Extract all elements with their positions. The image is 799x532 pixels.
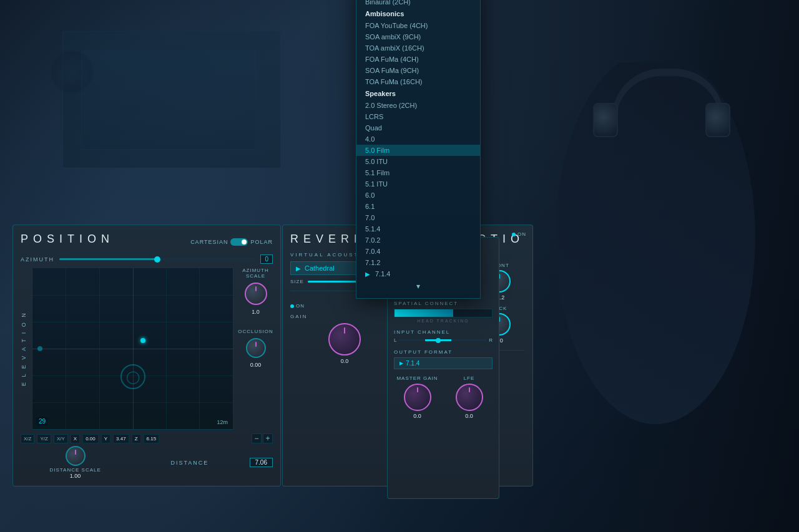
7-1-2-item[interactable]: 7.1.2: [356, 257, 480, 268]
z-value: 6.15: [144, 434, 160, 443]
6-0-item[interactable]: 6.0: [356, 190, 480, 201]
azimuth-slider[interactable]: [59, 258, 255, 260]
foa-youtube-item[interactable]: FOA YouTube (4CH): [356, 20, 480, 31]
scroll-down-icon[interactable]: ▾: [356, 279, 480, 293]
spatial-connect-label: SPATIAL CONNECT: [394, 301, 493, 306]
xz-button[interactable]: X/Z: [21, 434, 34, 443]
mode-toggle[interactable]: [230, 238, 248, 246]
input-channel-slider[interactable]: [399, 339, 486, 341]
toa-fuma-16ch-item[interactable]: TOA FuMa (16CH): [356, 76, 480, 87]
position-dot[interactable]: [140, 338, 145, 343]
master-gain-value: 0.0: [394, 413, 441, 419]
head-tracking-label: HEAD TRACKING: [394, 319, 493, 323]
occlusion-knob[interactable]: [246, 338, 266, 358]
azimuth-label: AZIMUTH: [21, 256, 54, 263]
distance-value: 7.06: [250, 458, 273, 467]
reflection-on-indicator: ON: [512, 231, 526, 237]
reverb-on-indicator-2: ON: [290, 303, 399, 309]
input-channel-slider-row: L R: [394, 337, 493, 343]
output-format-section: OUTPUT FORMAT ▶ 7.1.4: [394, 349, 493, 369]
output-format-selector[interactable]: ▶ 7.1.4: [394, 357, 493, 369]
output-format-value: 7.1.4: [406, 360, 419, 367]
spatial-connect-fill: [395, 309, 453, 317]
reflection-on-label[interactable]: ON: [517, 231, 526, 237]
position-panel: POSITION CARTESIAN POLAR AZIMUTH 0 E L E…: [12, 225, 281, 486]
azimuth-scale-label: AZIMUTH SCALE: [238, 268, 273, 279]
azimuth-scale-knob[interactable]: [245, 283, 267, 305]
side-indicator: [37, 346, 42, 351]
5-0-itu-item[interactable]: 5.0 ITU: [356, 156, 480, 167]
lfe-label: LFE: [446, 375, 493, 381]
6-1-item[interactable]: 6.1: [356, 201, 480, 212]
spatial-connect-section: SPATIAL CONNECT HEAD TRACKING: [394, 301, 493, 323]
input-left-label: L: [394, 337, 396, 343]
reflection-on-dot: [512, 233, 516, 236]
5-1-film-item[interactable]: 5.1 Film: [356, 167, 480, 178]
speakers-header: Speakers: [356, 87, 480, 100]
lfe-value: 0.0: [446, 413, 493, 419]
azimuth-scale-value: 1.0: [252, 309, 260, 315]
mode-toggle-row: CARTESIAN POLAR: [190, 238, 273, 246]
output-format-dropdown[interactable]: Headphones Binaural (2CH) Ambisonics FOA…: [356, 0, 481, 299]
master-gain-knob[interactable]: [404, 384, 431, 411]
lfe-group: LFE 0.0: [446, 375, 493, 419]
lcrs-item[interactable]: LCRS: [356, 111, 480, 122]
master-gain-section: MASTER GAIN 0.0 LFE 0.0: [394, 375, 493, 419]
x-label: X: [71, 434, 80, 443]
va-arrow-icon: ▶: [296, 265, 301, 272]
reverb-on-label-2[interactable]: ON: [296, 303, 305, 309]
position-bottom: X/Z Y/Z X/Y X 0.00 Y 3.47 Z 6.15 − +: [21, 433, 273, 443]
size-label: SIZE: [290, 279, 304, 284]
input-right-label: R: [489, 337, 493, 343]
spatial-connect-bar[interactable]: [394, 309, 493, 317]
output-format-label: OUTPUT FORMAT: [394, 349, 493, 355]
5-1-itu-item[interactable]: 5.1 ITU: [356, 178, 480, 190]
input-channel-label: INPUT CHANNEL: [394, 329, 493, 335]
distance-row: DISTANCE SCALE 1.00 DISTANCE 7.06: [21, 446, 273, 479]
zoom-in-button[interactable]: +: [263, 433, 273, 443]
5-0-film-item[interactable]: 5.0 Film: [356, 145, 480, 156]
z-label: Z: [132, 434, 141, 443]
lfe-knob[interactable]: [456, 384, 483, 411]
reverb-gain-knob[interactable]: [328, 323, 361, 355]
master-gain-label: MASTER GAIN: [394, 375, 441, 381]
7-1-4-item[interactable]: 7.1.4: [373, 268, 399, 279]
position-title: POSITION: [21, 233, 114, 246]
zoom-out-button[interactable]: −: [252, 433, 262, 443]
occlusion-value: 0.00: [250, 362, 262, 368]
toa-ambix-16ch-item[interactable]: TOA ambiX (16CH): [356, 42, 480, 54]
5-1-4-item[interactable]: 5.1.4: [356, 223, 480, 235]
polar-option[interactable]: POLAR: [250, 239, 273, 245]
foa-fuma-4ch-item[interactable]: FOA FuMa (4CH): [356, 54, 480, 65]
cartesian-option[interactable]: CARTESIAN: [190, 239, 228, 245]
reverb-gain-value: 0.0: [341, 358, 349, 364]
scroll-arrow-icon: ▶: [356, 271, 370, 278]
master-gain-group: MASTER GAIN 0.0: [394, 375, 441, 419]
position-grid[interactable]: ◯ 12m 29: [32, 268, 233, 430]
x-value: 0.00: [82, 434, 99, 443]
soa-ambix-9ch-item[interactable]: SOA ambiX (9CH): [356, 31, 480, 42]
zoom-controls: − +: [252, 433, 273, 443]
head-icon: ◯: [120, 364, 145, 389]
distance-scale-value: 1.00: [70, 473, 81, 479]
7-0-item[interactable]: 7.0: [356, 212, 480, 223]
reverb-on-dot-2: [290, 304, 294, 308]
input-channel-section: INPUT CHANNEL L R: [394, 329, 493, 343]
ambisonics-header: Ambisonics: [356, 7, 480, 20]
xy-button[interactable]: X/Y: [54, 434, 68, 443]
output-format-arrow-icon: ▶: [400, 360, 403, 366]
y-label: Y: [101, 434, 110, 443]
4-0-item[interactable]: 4.0: [356, 133, 480, 145]
reverb-gain-label: GAIN: [290, 314, 399, 319]
7-0-4-item[interactable]: 7.0.4: [356, 246, 480, 257]
7-0-2-item[interactable]: 7.0.2: [356, 235, 480, 246]
yz-button[interactable]: Y/Z: [37, 434, 51, 443]
quad-item[interactable]: Quad: [356, 122, 480, 133]
stereo-item[interactable]: 2.0 Stereo (2CH): [356, 100, 480, 111]
binaural-item[interactable]: Binaural (2CH): [356, 0, 480, 7]
distance-label: DISTANCE: [135, 460, 244, 466]
distance-scale-knob[interactable]: [66, 446, 86, 466]
soa-fuma-9ch-item[interactable]: SOA FuMa (9CH): [356, 65, 480, 76]
reverb-title: REVERB: [290, 233, 366, 245]
azimuth-value[interactable]: 0: [260, 254, 273, 264]
